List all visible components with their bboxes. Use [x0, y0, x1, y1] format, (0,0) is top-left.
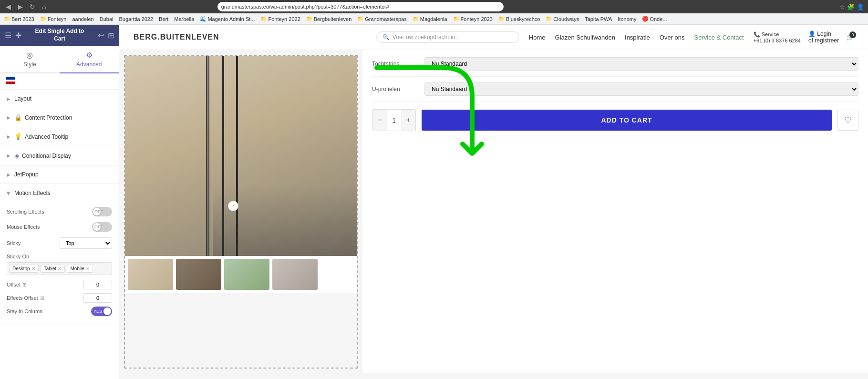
elementor-sidebar: ☰ ✚ Edit Single Add to Cart ↩ ⊞ ◎ Style … [0, 25, 119, 379]
wishlist-button[interactable]: ♡ [837, 110, 858, 131]
forward-button[interactable]: ▶ [16, 2, 25, 11]
sticky-tag-mobile[interactable]: Mobile ✕ [67, 265, 93, 273]
extension-icon[interactable]: 🧩 [847, 3, 855, 10]
bookmark-bert2023[interactable]: 📁 Bert 2023 [4, 16, 34, 22]
login-button[interactable]: 👤 Login of registreer [808, 31, 839, 44]
cart-container[interactable]: 🛒 0 [847, 34, 854, 41]
bookmark-fonteyn2022[interactable]: 📁 Fonteyn 2022 [260, 16, 300, 22]
product-right-panel: Tochtstrips Nu Standaard U-profielen Nu … [362, 50, 868, 373]
advanced-icon: ⚙ [86, 51, 93, 60]
add-to-cart-button[interactable]: ADD TO CART [422, 110, 832, 131]
bookmark-dubai[interactable]: Dubai [100, 16, 114, 22]
section-motion-effects-header[interactable]: ▶ Motion Effects [0, 184, 119, 202]
url-bar[interactable]: grandmasterspas.eu/wp-admin/post.php?pos… [217, 2, 504, 11]
nav-home[interactable]: Home [529, 34, 546, 41]
elementor-topbar: ☰ ✚ Edit Single Add to Cart ↩ ⊞ [0, 25, 119, 46]
variant-row-tochtstrips: Tochtstrips Nu Standaard [372, 57, 858, 77]
scrolling-effects-row: Scrolling Effects OFF [7, 207, 112, 216]
bookmark-tapita[interactable]: Tapita PWA [585, 16, 612, 22]
site-header-right: 📞 Service +61 (0) 3 8376 6284 👤 Login of… [754, 31, 854, 44]
tab-advanced[interactable]: ⚙ Advanced [60, 46, 119, 73]
bookmark-star[interactable]: ☆ [839, 3, 845, 10]
bookmark-fonteyn[interactable]: 📁 Fonteyn [40, 16, 67, 22]
variant-tochtstrips-label: Tochtstrips [372, 61, 420, 67]
yes-toggle-knob [103, 307, 111, 315]
tab-style[interactable]: ◎ Style [0, 46, 60, 72]
back-button[interactable]: ◀ [4, 2, 13, 11]
product-thumb-4[interactable] [272, 259, 318, 290]
account-icon[interactable]: 👤 [857, 3, 864, 10]
section-jetpopup: ▶ JetPopup [0, 165, 119, 184]
bookmarks-bar: 📁 Bert 2023 📁 Fonteyn aandelen Dubai Bug… [0, 13, 868, 25]
browser-actions: ☆ 🧩 👤 [839, 3, 864, 10]
bookmark-magdalenia[interactable]: 📁 Magdalenia [413, 16, 447, 22]
section-content-protection-header[interactable]: ▶ 🔒 Content Protection [0, 108, 119, 127]
product-area: Tochtstrips Nu Standaard U-profielen Nu … [119, 50, 868, 373]
variant-tochtstrips-select[interactable]: Nu Standaard [424, 57, 858, 71]
bookmark-bugarttia[interactable]: Bugarttia 2022 [119, 16, 153, 22]
add-element-button[interactable]: ✚ [15, 31, 21, 40]
nav-over-ons[interactable]: Over ons [660, 34, 685, 41]
sticky-tag-desktop-remove[interactable]: ✕ [31, 266, 35, 271]
sticky-tag-tablet[interactable]: Tablet ✕ [41, 265, 65, 273]
sidebar-toggle-button[interactable]: ☰ [5, 31, 11, 40]
mouse-effects-toggle[interactable]: OFF [92, 222, 112, 232]
bookmark-bergbuitenleven[interactable]: 📁 Bergbuitenleven [306, 16, 352, 22]
section-conditional-display-label: Conditional Display [22, 153, 71, 159]
effects-offset-input[interactable] [83, 293, 112, 303]
section-layout-header[interactable]: ▶ Layout [0, 90, 119, 108]
nav-service[interactable]: Service & Contact [694, 34, 744, 41]
scrolling-effects-toggle[interactable]: OFF [92, 207, 112, 216]
bookmark-fonteyn2023[interactable]: 📁 Fonteyn 2023 [453, 16, 493, 22]
quantity-increase-button[interactable]: + [401, 110, 415, 131]
language-flag-icon [6, 77, 15, 84]
reload-button[interactable]: ↻ [28, 2, 37, 11]
glass-wall-visual [125, 56, 357, 256]
product-thumb-3[interactable] [224, 259, 269, 290]
sidebar-collapse-button[interactable]: ‹ [228, 201, 238, 211]
site-search[interactable]: 🔍 Voer uw zoekopdracht in.. [376, 31, 519, 43]
grid-button[interactable]: ⊞ [108, 31, 114, 40]
offset-label: Offset ⊞ [7, 282, 27, 288]
sticky-tag-desktop[interactable]: Desktop ✕ [9, 265, 39, 273]
variant-uprofielen-select[interactable]: Nu Standaard [424, 82, 858, 96]
nav-glazen[interactable]: Glazen Schuifwanden [555, 34, 615, 41]
service-label: Service [762, 31, 779, 37]
bookmark-bert[interactable]: Bert [159, 16, 168, 22]
bookmark-marbella[interactable]: Marbella [174, 16, 194, 22]
stay-in-column-toggle[interactable]: YES [91, 307, 112, 316]
bookmark-bluesky[interactable]: 📁 Blueskyrechco [498, 16, 540, 22]
offset-input[interactable] [83, 280, 112, 289]
sticky-tag-mobile-remove[interactable]: ✕ [86, 266, 90, 271]
motion-effects-content: Scrolling Effects OFF Mouse Effects OFF [0, 202, 119, 325]
sticky-select[interactable]: None Top Bottom [60, 237, 112, 249]
section-jetpopup-header[interactable]: ▶ JetPopup [0, 165, 119, 184]
elementor-panel-tabs: ◎ Style ⚙ Advanced [0, 46, 119, 73]
bookmark-aandelen[interactable]: aandelen [72, 16, 93, 22]
product-thumb-2[interactable] [176, 259, 221, 290]
mouse-effects-label: Mouse Effects [7, 224, 40, 230]
section-advanced-tooltip-header[interactable]: ▶ 💡 Advanced Tooltip [0, 127, 119, 146]
section-motion-effects-label: Motion Effects [14, 190, 51, 196]
section-conditional-display-header[interactable]: ▶ ◈ Conditional Display [0, 146, 119, 165]
stay-in-column-label: Stay In Column [7, 308, 42, 314]
bookmark-onde[interactable]: 🔴 Onde... [642, 16, 667, 22]
variant-row-uprofielen: U-profielen Nu Standaard [372, 82, 858, 102]
bookmark-grandmasterspas[interactable]: 📁 Grandmasterspas [357, 16, 406, 22]
section-motion-effects: ▶ Motion Effects Scrolling Effects OFF M… [0, 184, 119, 325]
bookmark-itonomy[interactable]: Itonomy [618, 16, 636, 22]
sticky-row: Sticky None Top Bottom [7, 237, 112, 249]
undo-button[interactable]: ↩ [98, 31, 104, 40]
bookmark-magento[interactable]: 🌊 Magento Admin St... [200, 16, 255, 22]
home-button[interactable]: ⌂ [40, 2, 48, 11]
quantity-decrease-button[interactable]: − [372, 110, 387, 131]
login-sublabel: of registreer [808, 37, 839, 44]
sticky-tag-tablet-remove[interactable]: ✕ [58, 266, 62, 271]
mouse-effects-toggle-label: OFF [94, 225, 103, 229]
nav-inspiratie[interactable]: Inspiratie [625, 34, 650, 41]
product-thumbnails [125, 256, 357, 293]
section-advanced-tooltip: ▶ 💡 Advanced Tooltip [0, 127, 119, 146]
bookmark-cloudways[interactable]: 📁 Cloudways [546, 16, 579, 22]
site-logo: BERG.BUITENLEVEN [134, 33, 219, 41]
product-thumb-1[interactable] [128, 259, 173, 290]
